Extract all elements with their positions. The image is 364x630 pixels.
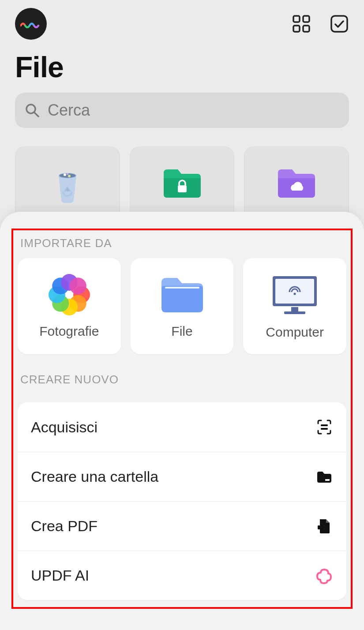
svg-rect-4 <box>331 16 347 32</box>
search-field[interactable] <box>15 93 349 128</box>
create-pdf-label: Crea PDF <box>31 518 98 535</box>
import-computer-label: Computer <box>266 325 324 340</box>
svg-point-10 <box>68 175 71 177</box>
folder-icon <box>315 468 333 486</box>
svg-rect-25 <box>318 525 325 529</box>
top-actions <box>292 14 349 34</box>
svg-rect-1 <box>303 16 309 22</box>
svg-line-6 <box>34 112 38 116</box>
create-pdf[interactable]: Crea PDF <box>18 501 346 551</box>
pdf-file-icon <box>315 518 333 535</box>
svg-rect-3 <box>303 26 309 32</box>
create-section-label: CREARE NUOVO <box>18 354 346 394</box>
create-scan[interactable]: Acquisisci <box>18 402 346 452</box>
svg-rect-20 <box>321 428 328 430</box>
trash-icon <box>48 166 87 205</box>
svg-point-9 <box>64 173 66 176</box>
photos-icon <box>48 274 90 316</box>
cloud-folder-icon <box>275 166 318 201</box>
app-logo-icon <box>20 19 41 28</box>
svg-rect-0 <box>293 16 300 22</box>
import-files-label: File <box>171 324 192 339</box>
svg-rect-12 <box>178 185 187 192</box>
scan-icon <box>315 418 333 436</box>
grid-view-button[interactable] <box>292 14 311 34</box>
create-scan-label: Acquisisci <box>31 419 98 436</box>
grid-icon <box>292 14 311 34</box>
page-title: File <box>0 40 364 88</box>
create-folder[interactable]: Creare una cartella <box>18 452 346 501</box>
svg-rect-21 <box>325 479 330 481</box>
svg-rect-13 <box>165 287 199 289</box>
import-computer[interactable]: Computer <box>243 258 346 354</box>
create-updf-ai-label: UPDF AI <box>31 567 89 584</box>
app-avatar[interactable] <box>15 8 47 40</box>
import-photos-label: Fotografie <box>39 324 99 339</box>
folders-row <box>0 128 364 226</box>
files-folder-icon <box>158 274 206 316</box>
import-grid: Fotografie File <box>18 258 346 354</box>
top-bar <box>0 0 364 40</box>
svg-point-11 <box>66 173 68 175</box>
locked-folder-icon <box>161 166 203 201</box>
svg-rect-16 <box>291 307 298 311</box>
svg-rect-15 <box>275 279 314 304</box>
checkbox-icon <box>330 14 349 34</box>
search-container <box>0 88 364 128</box>
import-section-label: IMPORTARE DA <box>18 233 346 258</box>
import-photos[interactable]: Fotografie <box>18 258 121 354</box>
select-button[interactable] <box>330 14 349 34</box>
svg-rect-17 <box>284 311 305 314</box>
search-input[interactable] <box>48 101 339 120</box>
svg-rect-19 <box>321 424 328 426</box>
import-files[interactable]: File <box>131 258 234 354</box>
action-sheet: IMPORTARE DA Fotografie <box>0 212 364 630</box>
create-folder-label: Creare una cartella <box>31 468 158 485</box>
svg-rect-2 <box>293 26 300 32</box>
create-updf-ai[interactable]: UPDF AI <box>18 551 346 600</box>
create-list: Acquisisci Creare una cartella <box>18 402 346 600</box>
highlight-box: IMPORTARE DA Fotografie <box>11 229 353 609</box>
svg-point-18 <box>294 292 296 295</box>
computer-icon <box>268 273 321 317</box>
search-icon <box>25 103 40 118</box>
updf-ai-icon <box>315 567 333 585</box>
